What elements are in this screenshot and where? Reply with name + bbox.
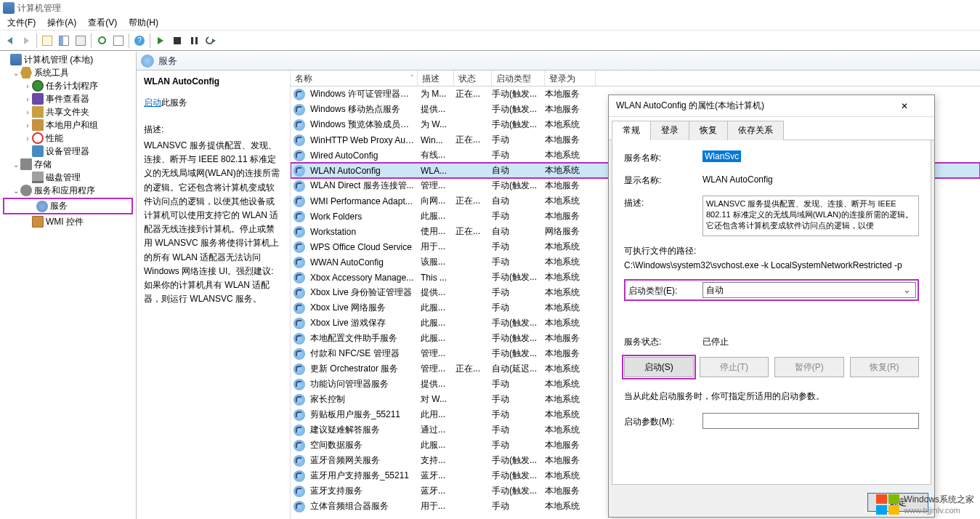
chevron-right-icon[interactable]: › bbox=[23, 108, 32, 116]
chevron-down-icon[interactable]: ⌄ bbox=[12, 187, 20, 195]
cell-startup: 手动(触发... bbox=[489, 454, 542, 467]
col-status[interactable]: 状态 bbox=[454, 71, 492, 86]
menu-action[interactable]: 操作(A) bbox=[41, 15, 82, 31]
start-params-input[interactable] bbox=[702, 413, 919, 429]
description-label: 描述: bbox=[144, 124, 283, 136]
service-name-value[interactable]: WlanSvc bbox=[702, 150, 741, 162]
show-hide-tree-button[interactable] bbox=[56, 33, 72, 49]
cell-name: 功能访问管理器服务 bbox=[307, 378, 418, 390]
help-button[interactable]: ? bbox=[131, 33, 147, 49]
tree-label: WMI 控件 bbox=[46, 216, 84, 228]
tree-storage[interactable]: ⌄存储 bbox=[0, 158, 136, 171]
tab-dependencies[interactable]: 依存关系 bbox=[727, 121, 784, 140]
properties-dialog: WLAN AutoConfig 的属性(本地计算机) ✕ 常规 登录 恢复 依存… bbox=[608, 94, 935, 518]
nav-up-button[interactable] bbox=[39, 33, 55, 49]
start-service-button[interactable] bbox=[153, 33, 169, 49]
desc-textbox[interactable]: WLANSVC 服务提供配置、发现、连接、断开与 IEEE 802.11 标准定… bbox=[702, 196, 919, 236]
col-description[interactable]: 描述 bbox=[418, 71, 454, 86]
pause-icon bbox=[191, 37, 198, 44]
service-icon bbox=[293, 440, 305, 451]
refresh-button[interactable] bbox=[94, 33, 110, 49]
cell-name: 本地配置文件助手服务 bbox=[307, 332, 418, 345]
tab-general[interactable]: 常规 bbox=[612, 121, 651, 140]
cell-logon: 本地系统 bbox=[542, 363, 593, 375]
menu-bar: 文件(F) 操作(A) 查看(V) 帮助(H) bbox=[0, 16, 980, 31]
cell-startup: 手动 bbox=[489, 286, 542, 299]
description-text: WLANSVC 服务提供配置、发现、连接、断开与 IEEE 802.11 标准定… bbox=[144, 139, 283, 306]
cell-startup: 手动(触发... bbox=[489, 118, 542, 131]
service-icon bbox=[293, 287, 305, 299]
cell-name: 立体音频组合器服务 bbox=[307, 500, 418, 512]
col-logon-as[interactable]: 登录为 bbox=[545, 71, 596, 86]
start-button[interactable]: 启动(S) bbox=[624, 357, 694, 377]
start-service-link[interactable]: 启动 bbox=[144, 97, 161, 108]
tree-task-scheduler[interactable]: ›任务计划程序 bbox=[0, 79, 136, 92]
cell-desc: 该服... bbox=[418, 256, 453, 268]
watermark: Windows系统之家 www.bjjmlv.com bbox=[876, 494, 974, 515]
cell-desc: 蓝牙... bbox=[418, 485, 453, 497]
chevron-right-icon[interactable]: › bbox=[23, 82, 32, 90]
tree-sys-tools[interactable]: ⌄系统工具 bbox=[0, 66, 136, 79]
chevron-right-icon[interactable]: › bbox=[23, 121, 32, 129]
cell-startup: 手动(触发... bbox=[489, 470, 542, 482]
service-icon bbox=[293, 226, 305, 238]
tree-wmi[interactable]: WMI 控件 bbox=[0, 215, 136, 228]
watermark-url: www.bjjmlv.com bbox=[904, 506, 974, 515]
tree-shared-folders[interactable]: ›共享文件夹 bbox=[0, 105, 136, 118]
arrow-left-icon bbox=[7, 37, 12, 44]
tree-performance[interactable]: ›性能 bbox=[0, 132, 136, 145]
tree-local-users[interactable]: ›本地用户和组 bbox=[0, 118, 136, 132]
cell-logon: 本地服务 bbox=[542, 103, 593, 116]
tree-disk-management[interactable]: 磁盘管理 bbox=[0, 171, 136, 184]
cell-logon: 本地系统 bbox=[542, 378, 593, 390]
tab-logon[interactable]: 登录 bbox=[650, 121, 689, 140]
tab-recovery[interactable]: 恢复 bbox=[689, 121, 728, 140]
pause-service-button[interactable] bbox=[186, 33, 202, 49]
cell-name: Xbox Accessory Manage... bbox=[307, 273, 418, 283]
cell-startup: 手动(触发... bbox=[489, 332, 542, 345]
cell-startup: 手动(触发... bbox=[489, 317, 542, 329]
cell-name: 剪贴板用户服务_55211 bbox=[307, 409, 418, 421]
service-status-value: 已停止 bbox=[702, 334, 919, 348]
cell-logon: 本地服务 bbox=[542, 180, 593, 192]
tree-services-apps[interactable]: ⌄服务和应用程序 bbox=[0, 184, 136, 197]
tree-root[interactable]: 计算机管理 (本地) bbox=[0, 53, 136, 66]
export-icon bbox=[113, 36, 123, 46]
cell-name: 建议疑难解答服务 bbox=[307, 424, 418, 436]
chevron-right-icon[interactable]: › bbox=[23, 95, 32, 103]
cell-desc: 对 W... bbox=[418, 393, 453, 406]
nav-back-button[interactable] bbox=[1, 33, 17, 49]
chevron-down-icon[interactable]: ⌄ bbox=[12, 161, 20, 169]
properties-button[interactable] bbox=[73, 33, 89, 49]
cell-startup: 自动 bbox=[489, 164, 542, 177]
tree-services[interactable]: 服务 bbox=[3, 198, 133, 214]
close-button[interactable]: ✕ bbox=[901, 98, 930, 114]
service-icon bbox=[293, 486, 305, 497]
field-description: 描述: WLANSVC 服务提供配置、发现、连接、断开与 IEEE 802.11… bbox=[624, 196, 919, 236]
tree-label: 事件查看器 bbox=[46, 93, 89, 105]
chevron-down-icon[interactable]: ⌄ bbox=[12, 69, 20, 77]
tree-event-viewer[interactable]: ›事件查看器 bbox=[0, 92, 136, 105]
navigation-tree[interactable]: 计算机管理 (本地) ⌄系统工具 ›任务计划程序 ›事件查看器 ›共享文件夹 ›… bbox=[0, 52, 137, 519]
cell-logon: 本地系统 bbox=[542, 500, 593, 512]
watermark-text-block: Windows系统之家 www.bjjmlv.com bbox=[904, 494, 974, 515]
dialog-title-bar[interactable]: WLAN AutoConfig 的属性(本地计算机) ✕ bbox=[609, 95, 934, 117]
menu-view[interactable]: 查看(V) bbox=[82, 15, 123, 31]
export-button[interactable] bbox=[110, 33, 126, 49]
cell-desc: WLA... bbox=[418, 166, 453, 176]
col-name[interactable]: 名称˄ bbox=[291, 71, 418, 86]
folder-up-icon bbox=[42, 36, 52, 46]
tree-device-manager[interactable]: 设备管理器 bbox=[0, 145, 136, 158]
restart-service-button[interactable] bbox=[203, 33, 219, 49]
col-startup-type[interactable]: 启动类型 bbox=[492, 71, 545, 86]
menu-help[interactable]: 帮助(H) bbox=[123, 15, 164, 31]
menu-file[interactable]: 文件(F) bbox=[1, 15, 41, 31]
tree-label: 存储 bbox=[34, 158, 52, 171]
cell-startup: 手动(触发... bbox=[489, 485, 542, 497]
wmi-icon bbox=[32, 216, 44, 228]
desc-label: 描述: bbox=[624, 196, 702, 209]
stop-service-button[interactable] bbox=[169, 33, 185, 49]
startup-type-select[interactable]: 自动 bbox=[702, 282, 916, 298]
chevron-right-icon[interactable]: › bbox=[23, 134, 32, 142]
cell-logon: 本地系统 bbox=[542, 241, 593, 253]
